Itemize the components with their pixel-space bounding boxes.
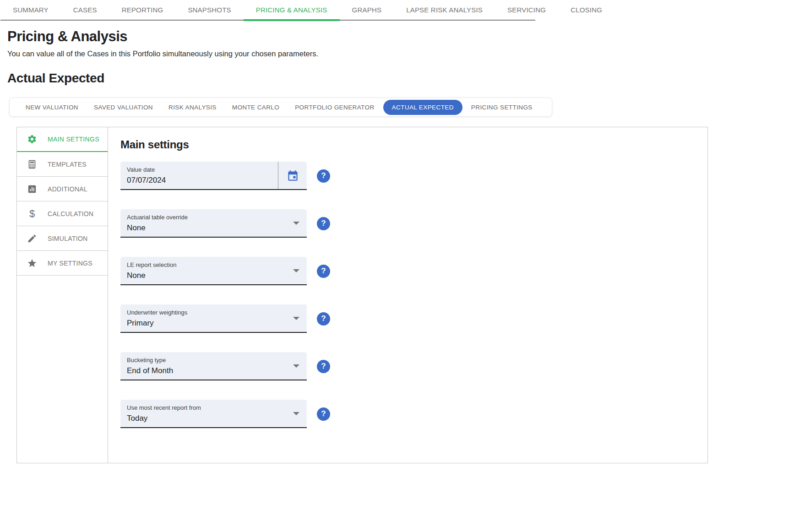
calendar-icon xyxy=(287,169,299,182)
sidebar-item-label: SIMULATION xyxy=(48,235,88,242)
settings-sidebar: MAIN SETTINGSTEMPLATESADDITIONAL$CALCULA… xyxy=(17,127,108,463)
field-value: None xyxy=(127,271,307,280)
sidebar-item-main-settings[interactable]: MAIN SETTINGS xyxy=(17,127,108,152)
field-bucketing-type[interactable]: Bucketing typeEnd of Month xyxy=(120,352,307,380)
field-text: LE report selectionNone xyxy=(120,257,307,284)
field-row: Underwriter weightingsPrimary? xyxy=(120,304,707,333)
help-icon[interactable]: ? xyxy=(317,265,330,278)
content-heading: Main settings xyxy=(120,138,707,151)
help-icon[interactable]: ? xyxy=(317,169,330,183)
sidebar-item-label: TEMPLATES xyxy=(48,161,87,168)
field-value-date[interactable]: Value date07/07/2024 xyxy=(120,162,307,190)
dollar-icon: $ xyxy=(27,209,37,219)
tab-new-valuation[interactable]: NEW VALUATION xyxy=(18,100,86,115)
field-le-report-selection[interactable]: LE report selectionNone xyxy=(120,257,307,285)
field-label: Value date xyxy=(127,166,278,173)
chevron-down-icon xyxy=(293,364,299,368)
field-row: Bucketing typeEnd of Month? xyxy=(120,352,707,380)
field-label: Use most recent report from xyxy=(127,404,307,411)
sidebar-item-label: MAIN SETTINGS xyxy=(48,136,99,143)
gear-icon xyxy=(27,134,37,144)
nav-tab-pricing-analysis[interactable]: PRICING & ANALYSIS xyxy=(244,0,340,20)
field-actuarial-table-override[interactable]: Actuarial table overrideNone xyxy=(120,209,307,238)
tab-pricing-settings[interactable]: PRICING SETTINGS xyxy=(463,100,540,115)
field-label: LE report selection xyxy=(127,261,307,268)
field-row: Use most recent report fromToday? xyxy=(120,400,707,428)
nav-tab-servicing[interactable]: SERVICING xyxy=(495,0,558,20)
chevron-down-icon xyxy=(293,412,299,415)
settings-content: Main settings Value date07/07/2024?Actua… xyxy=(108,127,707,463)
nav-tab-cases[interactable]: CASES xyxy=(61,0,109,20)
calculator-icon xyxy=(27,159,37,169)
nav-tab-snapshots[interactable]: SNAPSHOTS xyxy=(175,0,243,20)
field-value: None xyxy=(127,223,307,233)
settings-panel: MAIN SETTINGSTEMPLATESADDITIONAL$CALCULA… xyxy=(16,127,708,463)
bar-chart-icon xyxy=(27,184,37,194)
tab-monte-carlo[interactable]: MONTE CARLO xyxy=(224,100,287,115)
tab-saved-valuation[interactable]: SAVED VALUATION xyxy=(86,100,161,115)
field-row: Value date07/07/2024? xyxy=(120,162,707,190)
field-value: Today xyxy=(127,414,307,423)
nav-tab-lapse-risk-analysis[interactable]: LAPSE RISK ANALYSIS xyxy=(394,0,495,20)
section-title: Actual Expected xyxy=(7,71,794,86)
field-row: LE report selectionNone? xyxy=(120,257,707,285)
help-icon[interactable]: ? xyxy=(317,407,330,421)
field-label: Actuarial table override xyxy=(127,214,307,221)
page-title: Pricing & Analysis xyxy=(7,28,794,45)
calendar-button[interactable] xyxy=(278,162,307,189)
chevron-down-icon xyxy=(293,222,299,225)
sidebar-item-templates[interactable]: TEMPLATES xyxy=(17,152,108,177)
field-label: Bucketing type xyxy=(127,357,307,364)
sidebar-item-label: MY SETTINGS xyxy=(48,260,92,267)
tab-actual-expected[interactable]: ACTUAL EXPECTED xyxy=(383,100,462,115)
sidebar-item-simulation[interactable]: SIMULATION xyxy=(17,226,108,251)
top-nav: SUMMARYCASESREPORTINGSNAPSHOTSPRICING & … xyxy=(0,0,535,21)
field-text: Actuarial table overrideNone xyxy=(120,209,307,237)
sidebar-item-additional[interactable]: ADDITIONAL xyxy=(17,177,108,201)
help-icon[interactable]: ? xyxy=(317,312,330,326)
sidebar-item-my-settings[interactable]: MY SETTINGS xyxy=(17,251,108,276)
nav-tab-closing[interactable]: CLOSING xyxy=(558,0,615,20)
field-text: Value date07/07/2024 xyxy=(120,162,278,189)
field-value: Primary xyxy=(127,319,307,328)
field-value: 07/07/2024 xyxy=(127,176,278,185)
sidebar-item-label: CALCULATION xyxy=(48,210,93,217)
sidebar-item-calculation[interactable]: $CALCULATION xyxy=(17,201,108,226)
field-underwriter-weightings[interactable]: Underwriter weightingsPrimary xyxy=(120,304,307,333)
help-icon[interactable]: ? xyxy=(317,360,330,373)
field-label: Underwriter weightings xyxy=(127,309,307,316)
star-icon xyxy=(27,258,37,268)
fields-list: Value date07/07/2024?Actuarial table ove… xyxy=(120,162,707,428)
nav-tab-graphs[interactable]: GRAPHS xyxy=(340,0,394,20)
field-text: Use most recent report fromToday xyxy=(120,400,307,427)
field-text: Bucketing typeEnd of Month xyxy=(120,352,307,380)
field-value: End of Month xyxy=(127,366,307,375)
pencil-icon xyxy=(27,233,37,244)
chevron-down-icon xyxy=(293,317,299,320)
field-use-most-recent-report-from[interactable]: Use most recent report fromToday xyxy=(120,400,307,428)
nav-tab-reporting[interactable]: REPORTING xyxy=(109,0,176,20)
field-row: Actuarial table overrideNone? xyxy=(120,209,707,238)
tab-risk-analysis[interactable]: RISK ANALYSIS xyxy=(161,100,224,115)
tab-portfolio-generator[interactable]: PORTFOLIO GENERATOR xyxy=(287,100,382,115)
field-text: Underwriter weightingsPrimary xyxy=(120,304,307,332)
chevron-down-icon xyxy=(293,269,299,272)
page-subtitle: You can value all of the Cases in this P… xyxy=(7,49,794,58)
help-icon[interactable]: ? xyxy=(317,217,330,230)
nav-tab-summary[interactable]: SUMMARY xyxy=(0,0,61,20)
valuation-tab-bar: NEW VALUATIONSAVED VALUATIONRISK ANALYSI… xyxy=(9,98,552,117)
sidebar-item-label: ADDITIONAL xyxy=(48,185,87,193)
